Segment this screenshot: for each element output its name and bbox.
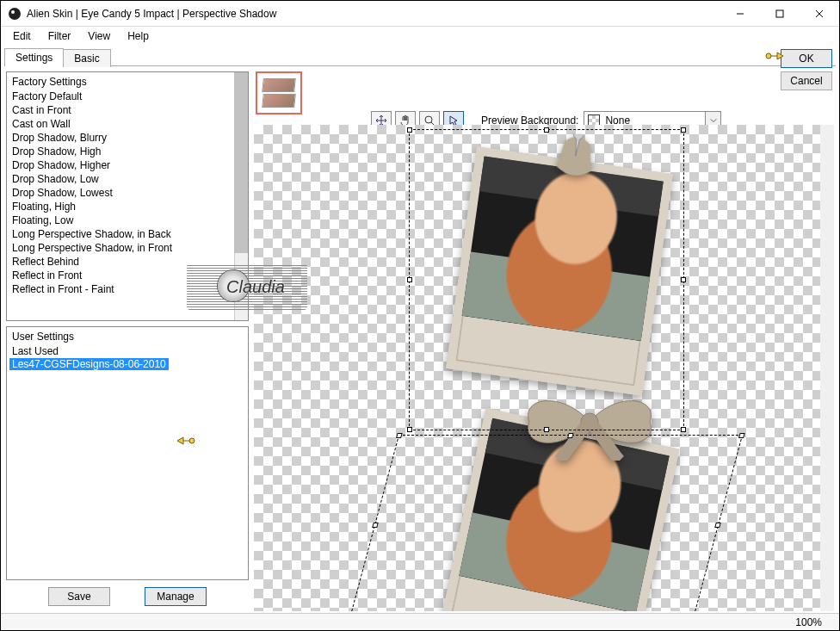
list-item[interactable]: Floating, High <box>7 200 234 213</box>
tab-row: Settings Basic <box>1 46 839 66</box>
svg-point-1 <box>11 10 15 14</box>
svg-rect-3 <box>776 10 783 17</box>
resize-handle[interactable] <box>681 127 686 133</box>
resize-handle[interactable] <box>681 277 686 282</box>
list-item[interactable]: Drop Shadow, Blurry <box>7 131 234 145</box>
plugin-window: Alien Skin | Eye Candy 5 Impact | Perspe… <box>0 0 840 631</box>
list-item[interactable]: Drop Shadow, Lowest <box>7 186 234 200</box>
settings-panel: Factory Settings Factory Default Cast in… <box>6 71 249 611</box>
menu-filter[interactable]: Filter <box>40 28 80 44</box>
list-item[interactable]: Cast in Front <box>7 103 234 117</box>
preview-canvas[interactable] <box>254 125 834 611</box>
ok-button[interactable]: OK <box>781 49 832 68</box>
resize-handle[interactable] <box>544 427 549 432</box>
resize-handle[interactable] <box>567 433 574 438</box>
close-button[interactable] <box>800 1 839 26</box>
selection-box[interactable] <box>350 435 743 611</box>
list-item[interactable]: Factory Default <box>7 90 234 103</box>
cancel-button[interactable]: Cancel <box>781 71 832 90</box>
pointer-hand-icon <box>176 435 195 447</box>
navigator-thumbnail[interactable] <box>256 71 302 114</box>
window-title: Alien Skin | Eye Candy 5 Impact | Perspe… <box>27 8 720 20</box>
resize-handle[interactable] <box>407 127 412 133</box>
svg-point-10 <box>189 438 195 443</box>
svg-point-6 <box>766 53 771 59</box>
manage-button[interactable]: Manage <box>145 587 207 606</box>
menu-help[interactable]: Help <box>119 28 158 44</box>
resize-handle[interactable] <box>544 127 549 133</box>
watermark-text: Claudia <box>226 277 285 297</box>
resize-handle[interactable] <box>407 277 412 282</box>
preview-toolbar: Preview Background: None <box>254 71 834 118</box>
dialog-buttons: OK Cancel <box>781 49 832 90</box>
settings-buttons: Save Manage <box>6 585 249 611</box>
list-item[interactable]: Drop Shadow, High <box>7 145 234 158</box>
titlebar: Alien Skin | Eye Candy 5 Impact | Perspe… <box>1 1 839 27</box>
resize-handle[interactable] <box>407 427 412 432</box>
factory-settings-header: Factory Settings <box>7 74 234 90</box>
status-bar: 100% <box>1 613 839 630</box>
svg-point-0 <box>9 8 21 20</box>
list-item[interactable]: Long Perspective Shadow, in Back <box>7 227 234 241</box>
list-item[interactable]: Floating, Low <box>7 213 234 227</box>
mini-frame-icon <box>262 78 296 92</box>
minimize-button[interactable] <box>720 1 760 26</box>
scroll-thumb[interactable] <box>234 72 248 253</box>
user-settings-header: User Settings <box>7 329 234 344</box>
list-item-selected[interactable]: Les47-CGSFDesigns-08-06-2010 <box>9 358 169 370</box>
resize-handle[interactable] <box>681 427 686 432</box>
menubar: Edit Filter View Help <box>1 27 839 46</box>
mini-frame-icon <box>262 94 296 108</box>
app-icon <box>8 7 22 21</box>
maximize-button[interactable] <box>760 1 800 26</box>
list-item[interactable]: Drop Shadow, Low <box>7 172 234 186</box>
resize-handle[interactable] <box>372 523 379 528</box>
list-item[interactable]: Drop Shadow, Higher <box>7 158 234 172</box>
resize-handle[interactable] <box>396 433 403 438</box>
svg-point-7 <box>425 116 432 123</box>
save-button[interactable]: Save <box>48 587 110 606</box>
user-settings-list[interactable]: User Settings Last Used Les47-CGSFDesign… <box>6 326 249 580</box>
watermark: Claudia <box>187 263 307 310</box>
zoom-level: 100% <box>795 616 822 628</box>
tab-settings[interactable]: Settings <box>4 48 64 66</box>
preview-panel: Preview Background: None <box>254 71 834 611</box>
window-buttons <box>720 1 839 26</box>
menu-view[interactable]: View <box>79 28 119 44</box>
list-item[interactable]: Last Used <box>7 344 234 358</box>
selection-box[interactable] <box>409 129 684 430</box>
pointer-hand-icon <box>765 50 784 62</box>
list-item[interactable]: Long Perspective Shadow, in Front <box>7 241 234 255</box>
tab-basic[interactable]: Basic <box>63 49 110 67</box>
menu-edit[interactable]: Edit <box>4 28 40 44</box>
body: Factory Settings Factory Default Cast in… <box>1 66 839 613</box>
list-item[interactable]: Cast on Wall <box>7 117 234 131</box>
